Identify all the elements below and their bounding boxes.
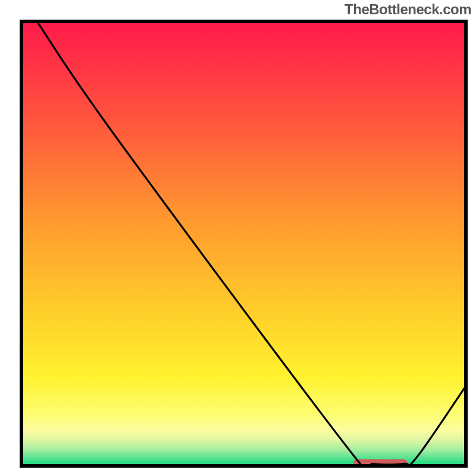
attribution-watermark: TheBottleneck.com (345, 1, 471, 18)
chart-container: TheBottleneck.com (0, 0, 476, 476)
bottleneck-chart (0, 0, 476, 476)
plot-background (21, 21, 466, 466)
